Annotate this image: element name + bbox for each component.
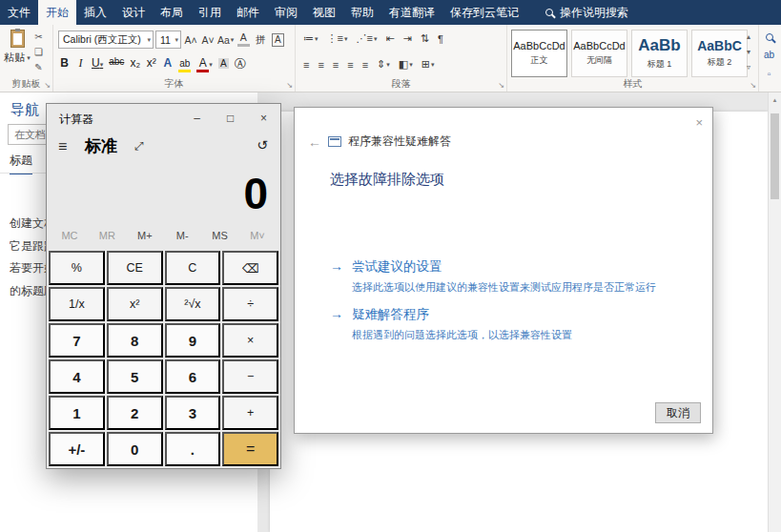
align-right-icon[interactable]: ≡: [333, 59, 339, 71]
tab-file[interactable]: 文件: [0, 0, 38, 25]
line-spacing-icon[interactable]: ⇕▾: [377, 58, 390, 71]
key-6[interactable]: 6: [165, 359, 221, 394]
tab-view[interactable]: 视图: [305, 0, 343, 25]
highlight-color-icon[interactable]: ab: [178, 56, 191, 72]
bold-button[interactable]: B: [59, 56, 70, 70]
close-icon[interactable]: ×: [695, 115, 703, 130]
show-marks-icon[interactable]: ¶: [438, 33, 443, 45]
key-2[interactable]: 2: [107, 396, 163, 430]
key-divide[interactable]: ÷: [222, 287, 278, 321]
option-try-recommended[interactable]: → 尝试建议的设置 选择此选项以使用建议的兼容性设置来测试应用程序是否正常运行: [330, 258, 656, 295]
clear-formatting-icon[interactable]: A: [236, 31, 251, 49]
tab-help[interactable]: 帮助: [343, 0, 381, 25]
memory-store-button[interactable]: MS: [202, 230, 238, 241]
tab-save-to-cloud-notes[interactable]: 保存到云笔记: [442, 0, 526, 25]
cancel-button[interactable]: 取消: [655, 402, 701, 423]
font-dialog-launcher-icon[interactable]: ↘: [286, 82, 293, 90]
key-8[interactable]: 8: [107, 323, 163, 358]
tab-mailings[interactable]: 邮件: [229, 0, 267, 25]
gallery-up-icon[interactable]: ▴: [747, 32, 750, 41]
tab-insert[interactable]: 插入: [76, 0, 114, 25]
key-1[interactable]: 1: [49, 396, 105, 430]
tab-review[interactable]: 审阅: [267, 0, 305, 25]
tell-me-search[interactable]: 操作说明搜索: [545, 0, 628, 25]
memory-recall-button[interactable]: MR: [89, 230, 125, 241]
key-reciprocal[interactable]: 1/x: [49, 287, 105, 321]
tab-youdao-translate[interactable]: 有道翻译: [381, 0, 442, 25]
key-square-root[interactable]: ²√x: [165, 287, 221, 321]
gallery-more-icon[interactable]: ▿: [747, 63, 750, 72]
styles-dialog-launcher-icon[interactable]: ↘: [750, 82, 756, 90]
enclose-characters-icon[interactable]: Ⓐ: [235, 56, 246, 72]
replace-icon[interactable]: ab: [764, 50, 774, 60]
back-icon[interactable]: ←: [308, 134, 321, 150]
maximize-button[interactable]: □: [214, 104, 247, 132]
history-icon[interactable]: ↺: [257, 137, 268, 153]
key-equals[interactable]: =: [222, 432, 278, 466]
change-case-icon[interactable]: Aa▾: [217, 31, 234, 49]
align-center-icon[interactable]: ≡: [318, 59, 323, 71]
bullets-icon[interactable]: ≔▾: [303, 32, 319, 45]
select-icon[interactable]: ▫: [768, 69, 771, 79]
text-effects-icon[interactable]: A: [162, 56, 173, 70]
style-normal[interactable]: AaBbCcDd 正文: [511, 30, 567, 77]
key-3[interactable]: 3: [165, 396, 221, 430]
tab-design[interactable]: 设计: [114, 0, 153, 25]
subscript-button[interactable]: x₂: [130, 56, 140, 70]
memory-clear-button[interactable]: MC: [51, 230, 88, 241]
key-clear-entry[interactable]: CE: [107, 251, 163, 285]
justify-icon[interactable]: ≡: [347, 59, 353, 71]
shading-icon[interactable]: ◧▾: [399, 58, 413, 71]
key-subtract[interactable]: −: [222, 359, 278, 394]
close-button[interactable]: ×: [247, 104, 280, 132]
key-4[interactable]: 4: [49, 359, 105, 394]
vertical-scrollbar[interactable]: ▴: [768, 92, 781, 532]
tab-home[interactable]: 开始: [38, 0, 76, 25]
menu-icon[interactable]: ≡: [58, 138, 67, 155]
style-heading-2[interactable]: AaBbC 标题 2: [691, 30, 748, 77]
option-troubleshoot-program[interactable]: → 疑难解答程序 根据遇到的问题选择此选项，以选择兼容性设置: [330, 306, 572, 342]
tab-references[interactable]: 引用: [191, 0, 229, 25]
phonetic-guide-icon[interactable]: 拼: [253, 31, 268, 49]
copy-icon[interactable]: ❏: [34, 47, 43, 57]
italic-button[interactable]: I: [75, 56, 86, 71]
find-icon[interactable]: [766, 33, 773, 41]
scrollbar-thumb[interactable]: [771, 113, 779, 199]
underline-button[interactable]: U▾: [92, 56, 103, 70]
grow-font-icon[interactable]: A˄: [183, 31, 198, 49]
key-square[interactable]: x²: [107, 287, 163, 321]
memory-add-button[interactable]: M+: [127, 230, 163, 241]
key-backspace[interactable]: ⌫: [222, 251, 278, 285]
clipboard-dialog-launcher-icon[interactable]: ↘: [44, 82, 51, 90]
key-7[interactable]: 7: [49, 323, 105, 358]
font-name-combobox[interactable]: Calibri (西文正文) ▾: [58, 31, 154, 49]
distribute-icon[interactable]: ≡: [362, 59, 368, 71]
font-size-combobox[interactable]: 11 ▾: [155, 31, 181, 49]
font-color-icon[interactable]: A▾: [196, 56, 213, 72]
strikethrough-button[interactable]: abc: [109, 56, 124, 67]
scroll-up-icon[interactable]: ▴: [769, 96, 781, 104]
gallery-down-icon[interactable]: ▾: [747, 48, 750, 56]
format-painter-icon[interactable]: ✎: [34, 62, 42, 72]
character-shading-icon[interactable]: A: [218, 56, 229, 70]
paste-button[interactable]: 粘贴▾: [3, 30, 31, 65]
multilevel-list-icon[interactable]: ⋰≡▾: [356, 32, 377, 45]
increase-indent-icon[interactable]: ⇥: [403, 32, 412, 45]
sort-icon[interactable]: ⇅: [421, 32, 429, 45]
key-5[interactable]: 5: [107, 359, 163, 394]
decrease-indent-icon[interactable]: ⇤: [385, 32, 394, 45]
memory-subtract-button[interactable]: M-: [164, 230, 200, 241]
shrink-font-icon[interactable]: A˅: [200, 31, 216, 49]
key-decimal[interactable]: .: [165, 432, 221, 466]
key-multiply[interactable]: ×: [222, 323, 278, 358]
key-percent[interactable]: %: [49, 251, 105, 285]
paragraph-dialog-launcher-icon[interactable]: ↘: [498, 82, 504, 90]
borders-icon[interactable]: ⊞▾: [421, 58, 435, 71]
minimize-button[interactable]: –: [180, 104, 214, 132]
key-negate[interactable]: +/-: [49, 432, 105, 466]
style-heading-1[interactable]: AaBb 标题 1: [631, 30, 688, 77]
key-0[interactable]: 0: [107, 432, 163, 466]
align-left-icon[interactable]: ≡: [303, 59, 309, 71]
key-add[interactable]: +: [222, 396, 278, 430]
character-border-icon[interactable]: A: [270, 31, 285, 49]
